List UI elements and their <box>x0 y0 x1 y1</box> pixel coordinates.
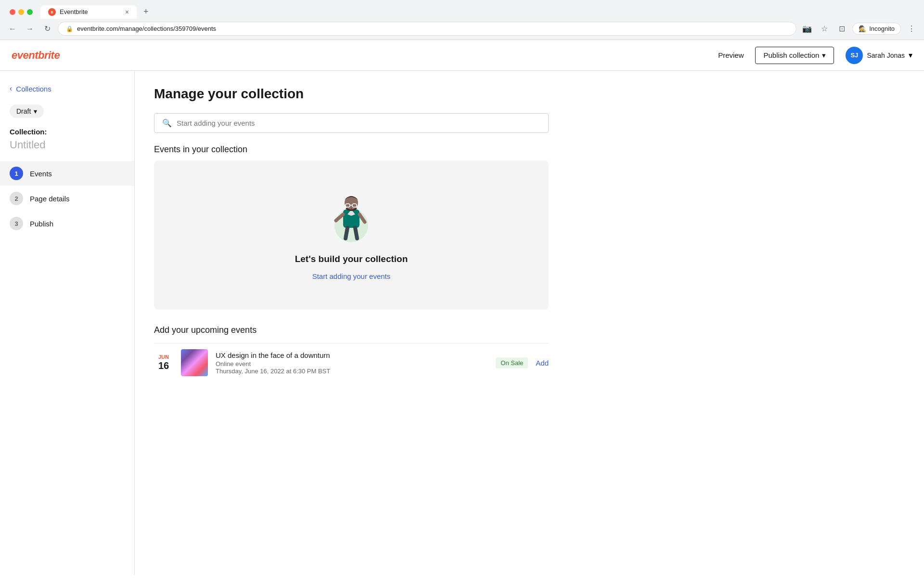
event-type: Online event <box>216 360 488 368</box>
user-name: Sarah Jonas <box>867 52 905 59</box>
event-title: UX design in the face of a downturn <box>216 351 488 359</box>
main-layout: ‹ Collections Draft ▾ Collection: Untitl… <box>0 71 924 575</box>
on-sale-badge: On Sale <box>496 357 528 368</box>
sidebar-item-publish[interactable]: 3 Publish <box>0 211 134 236</box>
bookmark-icon-button[interactable]: ☆ <box>818 22 831 36</box>
forward-button[interactable]: → <box>23 22 37 36</box>
events-nav-label: Events <box>30 170 52 178</box>
url-text: eventbrite.com/manage/collections/359709… <box>77 25 216 32</box>
draft-label: Draft <box>16 107 31 115</box>
illustration <box>327 189 375 242</box>
page-title: Manage your collection <box>154 86 905 102</box>
event-thumbnail <box>181 349 208 376</box>
incognito-icon: 🕵 <box>859 25 866 32</box>
app-header: eventbrite Preview Publish collection ▾ … <box>0 40 924 71</box>
event-info: UX design in the face of a downturn Onli… <box>216 351 488 375</box>
step-2-indicator: 2 <box>10 192 23 205</box>
tab-favicon: e <box>48 8 56 16</box>
user-chevron-down-icon: ▾ <box>909 51 912 60</box>
collection-name: Untitled <box>0 138 134 161</box>
event-search-box[interactable]: 🔍 <box>154 113 549 133</box>
back-to-collections-link[interactable]: ‹ Collections <box>0 80 134 97</box>
publish-nav-label: Publish <box>30 220 53 228</box>
event-day: 16 <box>154 360 173 371</box>
svg-line-7 <box>355 228 357 238</box>
event-datetime: Thursday, June 16, 2022 at 6:30 PM BST <box>216 368 488 375</box>
preview-link[interactable]: Preview <box>718 51 744 59</box>
empty-state-panel: Let's build your collection Start adding… <box>154 160 549 310</box>
back-link-label: Collections <box>16 85 51 93</box>
back-arrow-icon: ‹ <box>10 84 12 93</box>
draft-badge[interactable]: Draft ▾ <box>10 105 44 118</box>
back-button[interactable]: ← <box>6 22 19 36</box>
active-tab[interactable]: e Eventbrite × <box>40 5 137 19</box>
event-actions: On Sale Add <box>496 357 549 368</box>
publish-label: Publish collection <box>763 51 819 59</box>
sidebar: ‹ Collections Draft ▾ Collection: Untitl… <box>0 71 135 575</box>
events-in-collection-title: Events in your collection <box>154 144 905 155</box>
incognito-badge: 🕵 Incognito <box>852 23 901 35</box>
svg-line-6 <box>346 228 347 238</box>
draft-chevron-icon: ▾ <box>34 107 37 115</box>
reload-button[interactable]: ↻ <box>40 22 54 36</box>
minimize-window-dot[interactable] <box>18 9 24 15</box>
split-view-icon-button[interactable]: ⊡ <box>835 22 848 36</box>
avatar: SJ <box>846 47 863 64</box>
browser-chrome: e Eventbrite × + ← → ↻ 🔒 eventbrite.com/… <box>0 0 924 40</box>
window-controls <box>4 5 38 19</box>
camera-icon-button[interactable]: 📷 <box>800 22 814 36</box>
search-icon: 🔍 <box>162 118 172 128</box>
tab-bar: e Eventbrite × + <box>0 0 924 20</box>
page-details-nav-label: Page details <box>30 195 70 203</box>
step-1-indicator: 1 <box>10 167 23 180</box>
incognito-label: Incognito <box>869 25 895 32</box>
security-icon: 🔒 <box>66 26 73 32</box>
more-options-button[interactable]: ⋮ <box>905 22 918 36</box>
address-bar-row: ← → ↻ 🔒 eventbrite.com/manage/collection… <box>0 20 924 39</box>
close-window-dot[interactable] <box>10 9 15 15</box>
upcoming-events-title: Add your upcoming events <box>154 325 905 335</box>
tab-title: Eventbrite <box>60 8 88 15</box>
collection-prefix-label: Collection: <box>0 126 134 138</box>
empty-state-title: Let's build your collection <box>164 254 539 264</box>
close-tab-button[interactable]: × <box>125 8 129 16</box>
step-3-indicator: 3 <box>10 217 23 230</box>
table-row: JUN 16 UX design in the face of a downtu… <box>154 343 549 382</box>
address-bar[interactable]: 🔒 eventbrite.com/manage/collections/3597… <box>58 22 796 36</box>
search-input[interactable] <box>177 119 540 127</box>
sidebar-item-events[interactable]: 1 Events <box>0 161 134 186</box>
event-month: JUN <box>154 354 173 360</box>
header-right: Preview Publish collection ▾ SJ Sarah Jo… <box>718 47 912 64</box>
main-content: Manage your collection 🔍 Events in your … <box>135 71 924 575</box>
browser-right-icons: 📷 ☆ ⊡ 🕵 Incognito ⋮ <box>800 22 918 36</box>
sidebar-item-page-details[interactable]: 2 Page details <box>0 186 134 211</box>
event-date-box: JUN 16 <box>154 354 173 371</box>
eventbrite-logo[interactable]: eventbrite <box>12 49 60 62</box>
user-menu[interactable]: SJ Sarah Jonas ▾ <box>846 47 912 64</box>
maximize-window-dot[interactable] <box>27 9 33 15</box>
add-event-button[interactable]: Add <box>536 359 549 367</box>
new-tab-button[interactable]: + <box>139 4 154 20</box>
start-adding-events-link[interactable]: Start adding your events <box>312 272 391 280</box>
chevron-down-icon: ▾ <box>822 51 826 60</box>
publish-collection-button[interactable]: Publish collection ▾ <box>755 47 834 64</box>
